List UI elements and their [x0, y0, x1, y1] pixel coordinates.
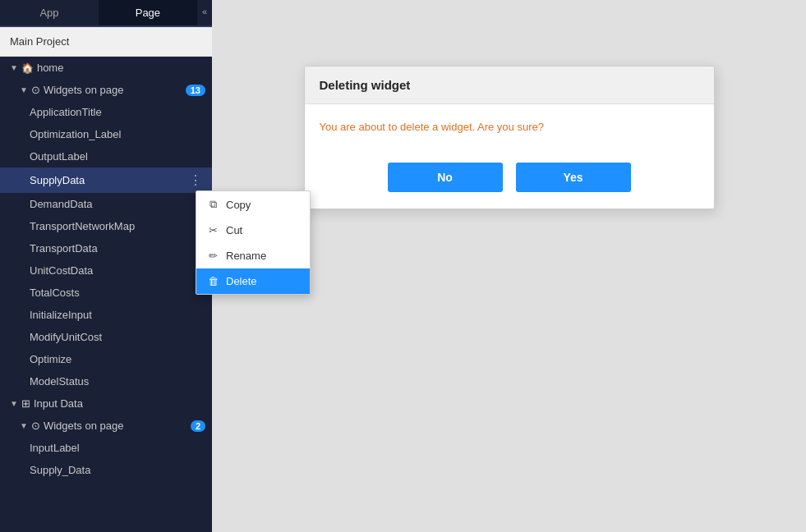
input-data-label: Input Data [34, 397, 205, 410]
input-widgets-on-page-row[interactable]: Widgets on page 2 [0, 415, 212, 437]
widgets-arrow [20, 85, 28, 94]
context-menu-copy[interactable]: ⧉ Copy [196, 191, 310, 218]
item-label: OutputLabel [30, 150, 205, 163]
item-label: InputLabel [30, 442, 205, 454]
copy-icon: ⧉ [206, 198, 219, 211]
tab-page[interactable]: Page [99, 0, 197, 25]
list-item[interactable]: OutputLabel [0, 145, 212, 167]
supply-data-label: SupplyData [30, 174, 186, 186]
delete-label: Delete [226, 275, 257, 287]
item-label: TotalCosts [30, 287, 205, 299]
context-menu-cut[interactable]: ✂ Cut [196, 218, 310, 243]
input-data-section[interactable]: Input Data [0, 392, 212, 415]
input-data-arrow [10, 399, 18, 408]
home-arrow [10, 63, 18, 72]
yes-button[interactable]: Yes [516, 163, 631, 192]
three-dots-icon[interactable]: ⋮ [186, 172, 205, 188]
item-label: TransportNetworkMap [30, 220, 205, 232]
tree-section: home Widgets on page 13 ApplicationTitle… [0, 57, 212, 532]
item-label: TransportData [30, 242, 205, 255]
dialog-title: Deleting widget [305, 66, 714, 104]
delete-dialog: Deleting widget You are about to delete … [304, 66, 715, 209]
context-menu-delete[interactable]: 🗑 Delete [196, 268, 310, 294]
home-section[interactable]: home [0, 57, 212, 79]
item-label: DemandData [30, 198, 205, 210]
cut-label: Cut [226, 224, 242, 236]
input-widgets-arrow [20, 421, 28, 430]
list-item[interactable]: InitializeInput [0, 304, 212, 326]
rename-icon: ✏ [206, 250, 219, 262]
list-item[interactable]: Optimize [0, 348, 212, 370]
list-item[interactable]: TransportNetworkMap [0, 215, 212, 237]
input-widgets-icon [31, 420, 44, 432]
home-label: home [37, 62, 205, 74]
list-item[interactable]: ModelStatus [0, 370, 212, 392]
home-icon [21, 62, 37, 74]
dialog-message: You are about to delete a widget. Are yo… [305, 104, 714, 149]
dialog-footer: No Yes [305, 149, 714, 209]
list-item[interactable]: Optimization_Label [0, 123, 212, 145]
item-label: ModelStatus [30, 375, 205, 388]
rename-label: Rename [226, 250, 266, 262]
list-item[interactable]: ApplicationTitle [0, 101, 212, 123]
widgets-on-page-row[interactable]: Widgets on page 13 [0, 79, 212, 101]
list-item[interactable]: Supply_Data [0, 459, 212, 481]
list-item[interactable]: TransportData [0, 237, 212, 259]
context-menu-rename[interactable]: ✏ Rename [196, 243, 310, 268]
item-label: ApplicationTitle [30, 106, 205, 118]
collapse-icon[interactable]: « [197, 0, 212, 25]
input-widgets-badge: 2 [191, 420, 205, 432]
widgets-badge: 13 [186, 85, 205, 96]
list-item[interactable]: TotalCosts [0, 282, 212, 304]
item-label: InitializeInput [30, 309, 205, 321]
delete-icon: 🗑 [206, 275, 219, 287]
project-name: Main Project [0, 27, 212, 57]
tab-app[interactable]: App [0, 0, 99, 25]
cut-icon: ✂ [206, 224, 219, 236]
widgets-icon [31, 84, 44, 96]
item-label: Optimization_Label [30, 128, 205, 140]
list-item[interactable]: ModifyUnitCost [0, 326, 212, 348]
item-label: UnitCostData [30, 264, 205, 277]
context-menu: ⧉ Copy ✂ Cut ✏ Rename 🗑 Delete [196, 190, 311, 295]
no-button[interactable]: No [388, 163, 503, 192]
copy-label: Copy [226, 199, 251, 211]
input-widgets-label: Widgets on page [44, 420, 191, 432]
widgets-on-page-label: Widgets on page [44, 84, 186, 96]
item-label: ModifyUnitCost [30, 331, 205, 343]
item-label: Supply_Data [30, 464, 205, 476]
item-label: Optimize [30, 353, 205, 365]
sidebar: App Page « Main Project home Widgets on … [0, 0, 212, 532]
list-item[interactable]: UnitCostData [0, 259, 212, 282]
sidebar-tabs: App Page « [0, 0, 212, 27]
grid-icon [21, 397, 34, 410]
supply-data-item[interactable]: SupplyData ⋮ [0, 167, 212, 193]
list-item[interactable]: InputLabel [0, 437, 212, 459]
list-item[interactable]: DemandData [0, 193, 212, 215]
